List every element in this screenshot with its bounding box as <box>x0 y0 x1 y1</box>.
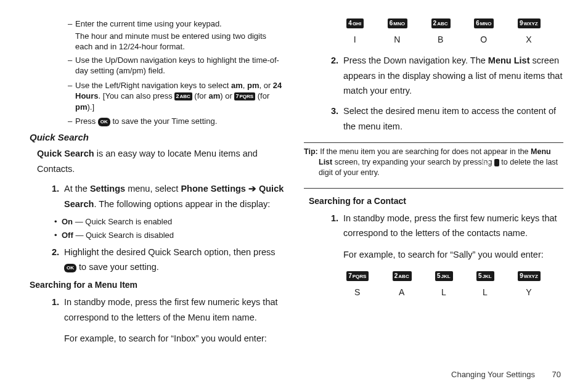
step-1-menu: In standby mode, press the first few num… <box>62 295 284 346</box>
ok-icon: OK <box>98 118 110 126</box>
keypad-6-icon: 6MNO <box>474 18 494 28</box>
bullet-text: Use the Left/Right navigation keys to se… <box>75 81 282 112</box>
keypad-6-icon: 6MNO <box>388 18 407 28</box>
keypad-5-icon: 5JKL <box>476 271 494 281</box>
footer-section: Changing Your Settings <box>451 370 535 379</box>
searching-contact-heading: Searching for a Contact <box>309 196 563 206</box>
tip-block: Tip: If the menu item you are searching … <box>304 145 563 179</box>
keypad-7-icon: 7PQRS <box>346 271 369 281</box>
divider <box>304 188 563 189</box>
keypad-2-icon: 2ABC <box>393 271 412 281</box>
step-1: At the Settings menu, select Phone Setti… <box>62 181 284 211</box>
divider <box>304 142 563 143</box>
ok-icon: OK <box>64 264 76 272</box>
key-row-sally: 7PQRSS 2ABCA 5JKLL 5JKLL 9WXYZY <box>335 271 552 297</box>
example-text: For example, to search for “Inbox” you w… <box>64 331 284 346</box>
step-2-menu: Press the Down navigation key. The Menu … <box>341 53 563 99</box>
clr-icon: CLR <box>494 159 499 166</box>
keypad-2-icon: 2ABC <box>431 18 451 28</box>
searching-menu-heading: Searching for a Menu Item <box>30 280 284 290</box>
step-2: Highlight the desired Quick Search optio… <box>62 245 284 275</box>
quick-search-intro: Quick Search is an easy way to locate Me… <box>37 146 284 176</box>
bullet-text: Press OK to save the your Time setting. <box>75 116 217 126</box>
quick-search-heading: Quick Search <box>30 132 284 142</box>
example-text: For example, to search for “Sally” you w… <box>343 247 563 263</box>
step-1-contact: In standby mode, press the first few num… <box>341 211 563 263</box>
keypad-7-icon: 7PQRS <box>234 92 255 100</box>
bullet-text: Enter the current time using your keypad… <box>75 19 222 28</box>
page-number: 70 <box>552 370 561 379</box>
keypad-5-icon: 5JKL <box>435 271 453 281</box>
page-footer: Changing Your Settings 70 <box>451 370 561 379</box>
step-3-menu: Select the desired menu item to access t… <box>341 104 563 134</box>
keypad-9-icon: 9WXYZ <box>518 18 541 28</box>
bullet-text: Use the Up/Down navigation keys to highl… <box>75 55 279 76</box>
keypad-2-icon: 2ABC <box>174 92 192 100</box>
key-row-inbox: 4GHII 6MNON 2ABCB 6MNOO 9WXYZX <box>335 18 552 44</box>
keypad-4-icon: 4GHI <box>346 18 364 28</box>
bullet-continuation: The hour and minute must be entered usin… <box>75 31 284 52</box>
keypad-9-icon: 9WXYZ <box>518 271 541 281</box>
